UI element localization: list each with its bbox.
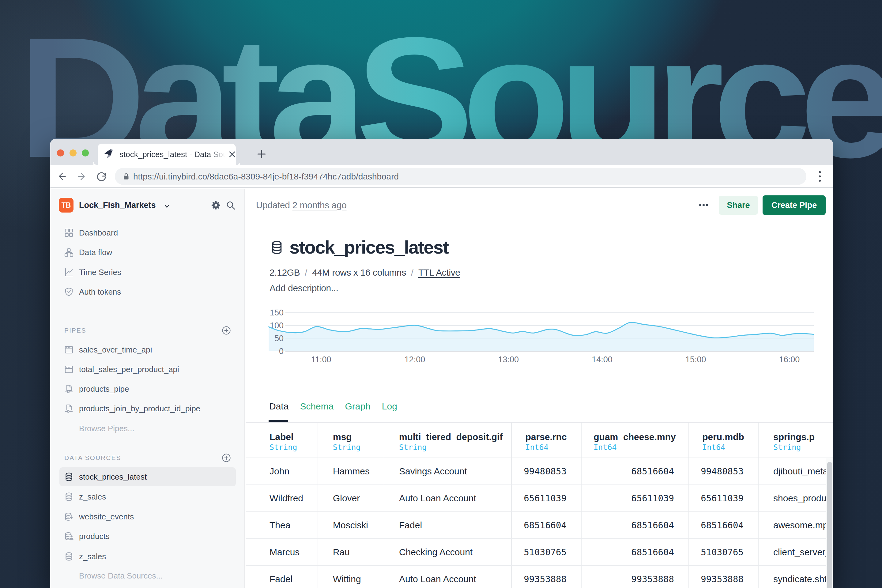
- svg-text:13:00: 13:00: [498, 355, 519, 364]
- workspace-avatar[interactable]: TB: [59, 198, 74, 213]
- sidebar-item-label: products_join_by_product_id_pipe: [79, 399, 200, 418]
- table-cell: client_server_s: [773, 547, 833, 557]
- table-cell: 99353888: [631, 574, 674, 584]
- tab-close-icon[interactable]: [228, 150, 236, 158]
- ttl-link[interactable]: TTL Active: [418, 267, 460, 278]
- row-divider: [246, 484, 833, 485]
- traffic-light-close[interactable]: [57, 150, 64, 156]
- sidebar-item-label: website_events: [79, 507, 134, 526]
- column-header-group: peru.mdbInt64: [688, 423, 758, 452]
- add-pipe-icon[interactable]: [222, 326, 231, 335]
- column-header[interactable]: parse.rnc: [525, 432, 567, 442]
- sidebar-item-z-sales[interactable]: z_sales: [50, 487, 244, 507]
- datasource-title-icon: [272, 241, 282, 254]
- column-header[interactable]: springs.p: [773, 432, 814, 442]
- create-pipe-button[interactable]: Create Pipe: [763, 195, 826, 215]
- sidebar-item-total-sales-per-product-api[interactable]: total_sales_per_product_api: [50, 360, 244, 379]
- meta-size: 2.12GB: [270, 267, 300, 278]
- svg-text:150: 150: [270, 308, 284, 317]
- table-cell: Hammes: [333, 466, 370, 477]
- browser-toolbar: https://ui.tinybird.co/8dae6a-8309-84je-…: [50, 165, 833, 188]
- sidebar-item-label: stock_prices_latest: [79, 467, 147, 487]
- sidebar-item-label: z_sales: [79, 547, 106, 566]
- sidebar-item-time-series[interactable]: Time Series: [50, 262, 244, 282]
- browse-link[interactable]: Browse Pipes...: [79, 422, 135, 435]
- sidebar-item-dashboard[interactable]: Dashboard: [50, 223, 244, 243]
- back-icon[interactable]: [52, 167, 71, 186]
- sidebar-item-website-events[interactable]: website_events: [50, 507, 244, 526]
- column-header[interactable]: multi_tiered_deposit.gif: [399, 432, 502, 442]
- table-cell: 99480853: [524, 466, 567, 477]
- add-datasource-icon[interactable]: [222, 453, 231, 462]
- reload-icon[interactable]: [92, 167, 111, 186]
- workspace-name[interactable]: Lock_Fish_Markets: [79, 198, 156, 213]
- browser-tab-bar: stock_prices_latest - Data Sour: [50, 139, 833, 165]
- svg-text:11:00: 11:00: [311, 355, 332, 364]
- table-cell: 51030765: [701, 547, 744, 557]
- auth-tokens-icon: [64, 287, 74, 297]
- sidebar-item-products-join-by-product-id-pipe[interactable]: products_join_by_product_id_pipe: [50, 399, 244, 418]
- updated-link[interactable]: 2 months ago: [292, 200, 346, 210]
- browser-tab[interactable]: stock_prices_latest - Data Sour: [98, 144, 236, 165]
- svg-text:100: 100: [270, 321, 284, 330]
- scrollbar-track[interactable]: [826, 458, 833, 588]
- more-options-icon[interactable]: [699, 204, 714, 210]
- traffic-light-zoom[interactable]: [82, 150, 89, 156]
- sidebar-item-label: z_sales: [79, 487, 106, 507]
- column-header[interactable]: msg: [333, 432, 352, 442]
- sidebar-item-data-flow[interactable]: Data flow: [50, 243, 244, 262]
- column-type: String: [773, 443, 801, 452]
- column-header[interactable]: Label: [270, 432, 293, 442]
- column-divider: [318, 423, 318, 588]
- active-tab-underline: [268, 420, 288, 422]
- traffic-light-minimize[interactable]: [69, 150, 76, 156]
- column-header[interactable]: peru.mdb: [702, 432, 744, 442]
- sidebar-item-label: Data flow: [79, 243, 112, 262]
- chevron-down-icon[interactable]: [164, 204, 170, 209]
- dashboard-icon: [64, 228, 74, 237]
- meta-row: 2.12GB/44M rows x 16 columns/TTL Active: [270, 266, 460, 279]
- sidebar-item-auth-tokens[interactable]: Auth tokens: [50, 282, 244, 302]
- table-cell: 99480853: [701, 466, 744, 477]
- scrollbar-thumb[interactable]: [827, 462, 832, 588]
- browser-menu-icon[interactable]: [815, 167, 825, 186]
- table-cell: Thea: [270, 520, 290, 530]
- column-header-group: guam_cheese.mnyInt64: [581, 423, 688, 452]
- chart: 05010015011:0012:0013:0014:0015:0016:00: [251, 306, 827, 370]
- column-type: Int64: [702, 443, 744, 452]
- forward-icon[interactable]: [73, 167, 92, 186]
- search-icon[interactable]: [226, 200, 236, 210]
- sidebar-item-products[interactable]: products: [50, 526, 244, 546]
- table-cell: John: [270, 466, 290, 477]
- data-tabs: DataSchemaGraphLog: [269, 400, 408, 415]
- table-cell: 51030765: [524, 547, 567, 557]
- tab-graph[interactable]: Graph: [345, 400, 370, 415]
- table-cell: Witting: [333, 574, 361, 584]
- sidebar-item-sales-over-time-api[interactable]: sales_over_time_api: [50, 340, 244, 360]
- new-tab-icon[interactable]: [257, 150, 266, 159]
- endpoint-icon: [64, 345, 74, 354]
- description-placeholder[interactable]: Add description...: [270, 282, 338, 295]
- column-type: String: [399, 443, 427, 452]
- sidebar-item-stock-prices-latest[interactable]: stock_prices_latest: [50, 467, 244, 487]
- tab-data[interactable]: Data: [269, 400, 288, 415]
- address-bar[interactable]: https://ui.tinybird.co/8dae6a-8309-84je-…: [115, 168, 806, 185]
- share-button[interactable]: Share: [719, 196, 758, 214]
- column-divider: [758, 423, 759, 588]
- gear-icon[interactable]: [211, 200, 221, 210]
- table-cell: Marcus: [270, 547, 300, 557]
- table-cell: 68516604: [701, 520, 744, 530]
- sidebar-item-z-sales[interactable]: z_sales: [50, 547, 244, 566]
- column-header[interactable]: guam_cheese.mny: [594, 432, 676, 442]
- toolbar-divider: [50, 188, 833, 188]
- tab-schema[interactable]: Schema: [300, 400, 333, 415]
- datasource-icon: [64, 492, 74, 501]
- table-cell: Fadel: [399, 520, 422, 530]
- page-title: stock_prices_latest: [290, 234, 448, 261]
- datasource-icon: [64, 552, 74, 561]
- browse-link[interactable]: Browse Data Sources...: [79, 570, 163, 582]
- tab-log[interactable]: Log: [382, 400, 397, 415]
- column-divider: [384, 423, 384, 588]
- url-text: https://ui.tinybird.co/8dae6a-8309-84je-…: [133, 168, 399, 185]
- sidebar-item-products-pipe[interactable]: products_pipe: [50, 379, 244, 399]
